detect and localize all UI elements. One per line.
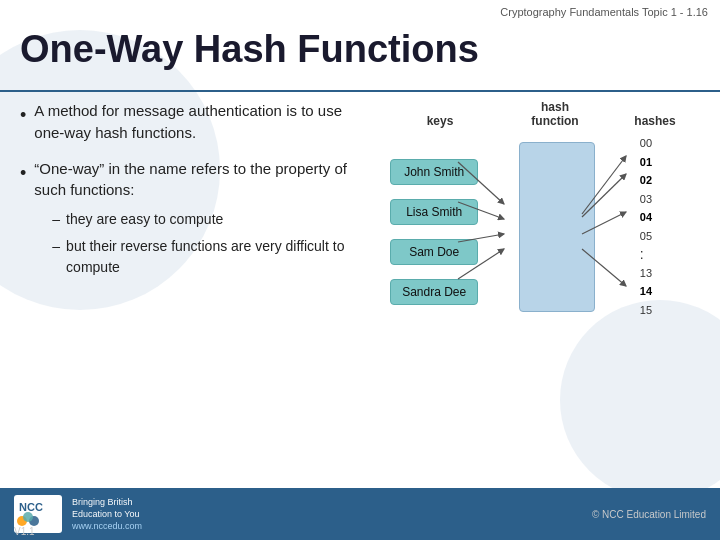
diagram-area: keys hashfunction hashes John Smith Lisa… [370,100,710,319]
copyright-label: © NCC Education Limited [592,509,706,520]
col-keys-label: keys [395,114,485,128]
col-hashes-label: hashes [625,114,685,128]
hash-02: 02 [636,171,691,190]
hash-dots: : [636,245,691,264]
slide: Cryptography Fundamentals Topic 1 - 1.16… [0,0,720,540]
hash-function-box [519,142,595,312]
ncc-url: www.nccedu.com [72,521,142,531]
bullet-text-2: “One-way” in the name refers to the prop… [34,160,347,199]
sub-dash-2: – [52,236,60,257]
hash-function-column [517,134,597,319]
page-title: One-Way Hash Functions [20,28,479,71]
bringing-line2: Education to You [72,509,142,521]
content-area: • A method for message authentication is… [20,100,360,298]
bottom-bar: NCC Bringing British Education to You ww… [0,488,720,540]
bullet-item-2: • “One-way” in the name refers to the pr… [20,158,360,285]
hash-00: 00 [636,134,691,153]
hash-04: 04 [636,208,691,227]
key-sam-doe: Sam Doe [390,239,478,265]
key-john-smith: John Smith [390,159,478,185]
ncc-logo-text: Bringing British Education to You www.nc… [72,497,142,530]
key-lisa-smith: Lisa Smith [390,199,478,225]
hash-05: 05 [636,227,691,246]
version-label: V1.1 [14,526,35,537]
hash-15: 15 [636,301,691,320]
col-hash-label: hashfunction [515,100,595,128]
keys-column: John Smith Lisa Smith Sam Doe Sandra Dee [389,144,479,319]
bg-circle-right [560,300,720,500]
top-bar: Cryptography Fundamentals Topic 1 - 1.16 [0,0,720,24]
bullet-item-1: • A method for message authentication is… [20,100,360,144]
bringing-line1: Bringing British [72,497,142,509]
svg-point-12 [23,512,33,522]
bullet-dot-2: • [20,160,26,186]
bullet-text-1: A method for message authentication is t… [34,102,342,141]
title-divider [0,90,720,92]
key-sandra-dee: Sandra Dee [390,279,478,305]
sub-bullet-1: – they are easy to compute [52,209,360,230]
hash-14: 14 [636,282,691,301]
sub-dash-1: – [52,209,60,230]
diagram-header: keys hashfunction hashes [370,100,710,128]
sub-bullet-text-2: but their reverse functions are very dif… [66,236,360,278]
sub-bullets: – they are easy to compute – but their r… [52,209,360,278]
hash-03: 03 [636,190,691,209]
hash-13: 13 [636,264,691,283]
diagram-body: John Smith Lisa Smith Sam Doe Sandra Dee [370,134,710,319]
svg-text:NCC: NCC [19,501,43,513]
slide-reference: Cryptography Fundamentals Topic 1 - 1.16 [500,6,708,18]
sub-bullet-text-1: they are easy to compute [66,209,223,230]
sub-bullet-2: – but their reverse functions are very d… [52,236,360,278]
hashes-column: 00 01 02 03 04 05 : [636,134,691,319]
bullet-dot-1: • [20,102,26,128]
hash-01: 01 [636,153,691,172]
